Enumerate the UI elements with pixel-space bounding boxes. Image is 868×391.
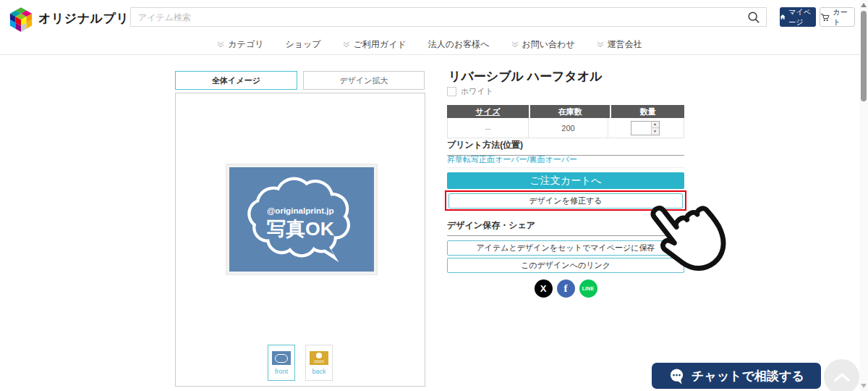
share-facebook-icon[interactable]: f	[557, 279, 575, 298]
stock-value: 200	[529, 118, 608, 138]
design-link-button[interactable]: このデザインへのリンク	[447, 258, 684, 273]
front-mini-preview	[272, 351, 291, 365]
thumbnail-front[interactable]: front	[268, 345, 295, 381]
product-title: リバーシブル ハーフタオル	[448, 68, 603, 85]
color-checkbox[interactable]	[447, 87, 456, 96]
save-share-heading: デザイン保存・シェア	[447, 219, 684, 236]
social-share-row: X f LINE	[447, 279, 684, 298]
save-to-mypage-button[interactable]: アイテムとデザインをセットでマイページに保存	[447, 240, 684, 256]
mypage-button[interactable]: マイページ	[780, 7, 816, 27]
nav-item-guide[interactable]: ご利用ガイド	[343, 38, 407, 51]
scrollbar[interactable]	[859, 0, 868, 391]
chat-consult-label: チャットで相談する	[692, 368, 804, 384]
nav-label: カテゴリ	[228, 38, 263, 51]
speech-bubble-design: @originalprint.jp 写真OK	[239, 169, 364, 270]
product-preview-image: @originalprint.jp 写真OK	[226, 164, 377, 274]
quantity-stepper: ▲ ▼	[631, 121, 660, 135]
main-nav: カテゴリ ショップ ご利用ガイド 法人のお客様へ お問い合わせ	[0, 34, 859, 55]
search-input[interactable]	[131, 8, 766, 26]
quantity-down-button[interactable]: ▼	[652, 128, 659, 135]
nav-item-category[interactable]: カテゴリ	[217, 38, 263, 51]
back-mini-preview	[310, 351, 328, 365]
stock-table-row: -- 200 ▲ ▼	[447, 118, 684, 138]
tab-full-image[interactable]: 全体イメージ	[175, 71, 297, 90]
view-thumbnails: front back	[176, 345, 425, 381]
scrollbar-thumb[interactable]	[861, 11, 867, 101]
chevron-down-icon	[217, 41, 224, 48]
chevron-down-icon	[511, 41, 519, 48]
design-main-text: 写真OK	[267, 218, 334, 240]
thumbnail-back[interactable]: back	[305, 345, 333, 381]
share-x-icon[interactable]: X	[535, 279, 553, 298]
chevron-down-icon	[597, 41, 604, 48]
column-stock: 在庫数	[530, 105, 610, 118]
product-page: オリジナルプリント.jp マイページ カート	[0, 0, 868, 391]
quantity-spin-buttons: ▲ ▼	[651, 122, 659, 135]
nav-item-contact[interactable]: お問い合わせ	[511, 38, 575, 51]
home-icon	[780, 13, 786, 21]
quantity-input[interactable]	[631, 122, 651, 135]
thumbnail-front-label: front	[275, 368, 288, 375]
thumbnail-back-label: back	[312, 368, 326, 375]
chat-bubble-icon	[668, 368, 685, 384]
cart-button[interactable]: カート	[820, 7, 855, 27]
quantity-cell: ▲ ▼	[608, 118, 681, 138]
search-box	[130, 7, 767, 27]
nav-label: 運営会社	[608, 38, 642, 51]
header: オリジナルプリント.jp マイページ カート	[0, 0, 859, 34]
color-option-label: ホワイト	[461, 86, 493, 97]
chevron-down-icon	[343, 41, 350, 48]
back-to-top-button[interactable]	[824, 359, 859, 391]
design-handle-text: @originalprint.jp	[267, 206, 334, 215]
size-value: --	[448, 118, 529, 138]
column-size[interactable]: サイズ	[447, 105, 529, 118]
separator	[447, 167, 684, 168]
mypage-label: マイページ	[788, 7, 816, 28]
edit-design-button[interactable]: デザインを修正する	[448, 193, 683, 209]
nav-label: 法人のお客様へ	[428, 38, 490, 51]
chevron-up-icon	[833, 371, 851, 383]
nav-label: お問い合わせ	[522, 38, 575, 51]
stock-table: サイズ 在庫数 数量 -- 200 ▲ ▼	[447, 105, 684, 138]
nav-item-corporate[interactable]: 法人のお客様へ	[428, 38, 490, 51]
nav-item-company[interactable]: 運営会社	[597, 38, 642, 51]
print-method-heading: プリント方法(位置)	[447, 139, 684, 156]
scrollbar-up-arrow[interactable]	[861, 3, 867, 7]
nav-label: ご利用ガイド	[354, 38, 407, 51]
design-preview-panel: @originalprint.jp 写真OK front back	[175, 93, 425, 387]
stock-table-header: サイズ 在庫数 数量	[447, 105, 684, 118]
share-line-icon[interactable]: LINE	[579, 279, 597, 298]
cart-label: カート	[833, 7, 854, 28]
print-method-link[interactable]: 昇華転写正面オーバー/裏面オーバー	[447, 154, 577, 165]
cart-icon	[820, 12, 830, 22]
color-option-row: ホワイト	[447, 86, 493, 97]
chat-consult-button[interactable]: チャットで相談する	[652, 363, 821, 389]
quantity-up-button[interactable]: ▲	[652, 122, 659, 129]
column-quantity: 数量	[611, 105, 684, 118]
logo-cube-icon	[9, 5, 33, 32]
tab-design-zoom[interactable]: デザイン拡大	[303, 71, 425, 90]
nav-label: ショップ	[285, 38, 320, 51]
scrollbar-down-arrow[interactable]	[861, 384, 867, 388]
add-to-cart-button[interactable]: ご注文カートへ	[447, 172, 684, 189]
search-icon[interactable]	[747, 11, 760, 27]
nav-item-shop[interactable]: ショップ	[285, 38, 320, 51]
